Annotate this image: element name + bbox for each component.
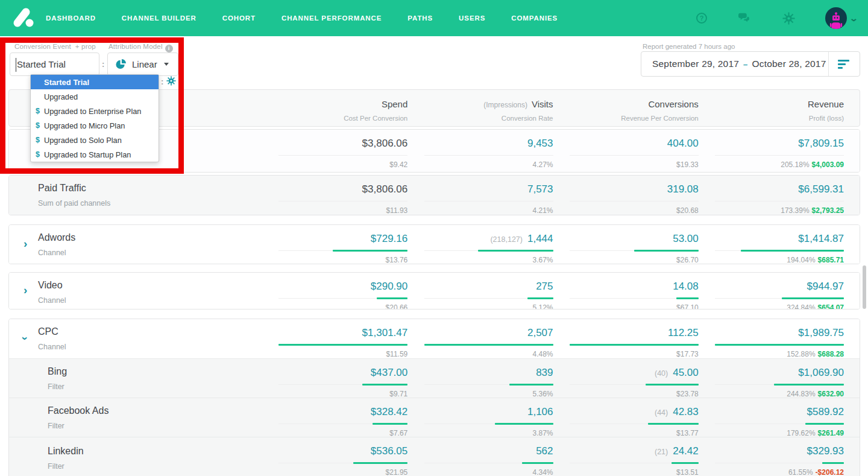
metric-value[interactable]: 24.42 xyxy=(673,445,699,457)
metric-value[interactable]: 112.25 xyxy=(668,327,699,339)
column-header-revenue[interactable]: Revenue Profit (loss) xyxy=(714,90,860,126)
column-header-visits[interactable]: (Impressions)Visits Conversion Rate xyxy=(423,90,568,126)
metric-value[interactable]: 53.00 xyxy=(673,233,699,245)
metric-cell: $329.9361.55%-$206.12 xyxy=(714,437,860,476)
metric-value[interactable]: 404.00 xyxy=(667,138,699,150)
metric-subvalue: 4.34% xyxy=(532,468,553,476)
table-row[interactable]: LinkedinFilter$536.05$21.955624.34%(21)2… xyxy=(9,437,860,476)
nav-item-channel-performance[interactable]: CHANNEL PERFORMANCE xyxy=(281,14,382,22)
metric-value-line: 14.08 xyxy=(673,281,699,293)
metric-value[interactable]: 2,507 xyxy=(527,327,553,339)
bar-track xyxy=(278,155,407,156)
dropdown-item[interactable]: Started Trial xyxy=(31,75,159,89)
metric-value[interactable]: $944.97 xyxy=(807,281,844,293)
metric-subvalue: $9.42 xyxy=(389,160,407,169)
user-menu[interactable]: ⌄ xyxy=(825,7,857,29)
metric-value[interactable]: $1,069.90 xyxy=(798,367,844,379)
chat-icon[interactable] xyxy=(738,11,752,25)
dropdown-item[interactable]: $Upgraded to Micro Plan xyxy=(31,118,159,133)
filter-icon[interactable] xyxy=(828,52,860,76)
metric-value[interactable]: $589.92 xyxy=(807,406,844,418)
metric-value[interactable]: $1,414.87 xyxy=(798,233,844,245)
table-row[interactable]: ›AdwordsChannel$729.16$13.76(218,127)1,4… xyxy=(9,225,860,264)
dropdown-item[interactable]: Upgraded xyxy=(31,89,159,104)
bar-fill xyxy=(278,344,407,346)
metric-value[interactable]: $437.00 xyxy=(371,367,407,379)
table-row[interactable]: BingFilter$437.00$9.718395.36%(40)45.00$… xyxy=(9,358,860,398)
sub-value: 4.48% xyxy=(532,350,553,358)
metric-value[interactable]: $6,599.31 xyxy=(798,183,844,195)
date-range-picker[interactable]: September 29, 2017–October 28, 2017 xyxy=(641,51,860,77)
nav-item-companies[interactable]: COMPANIES xyxy=(511,14,558,22)
profit-value: -$206.12 xyxy=(816,468,844,476)
metric-value[interactable]: $1,989.75 xyxy=(798,327,844,339)
sub-value: $23.78 xyxy=(676,390,699,398)
metric-cell: $6,599.31173.39%$2,793.25 xyxy=(714,176,860,215)
nav-item-cohort[interactable]: COHORT xyxy=(222,14,256,22)
table-row[interactable]: Paid TrafficSum of paid channels$3,806.0… xyxy=(9,176,860,215)
metric-value[interactable]: 45.00 xyxy=(673,367,699,379)
metric-value[interactable]: $536.05 xyxy=(371,445,407,457)
metric-value[interactable]: $329.93 xyxy=(807,445,844,457)
nav-item-channel-builder[interactable]: CHANNEL BUILDER xyxy=(122,14,197,22)
metric-value[interactable]: $1,301.47 xyxy=(362,327,408,339)
nav-item-dashboard[interactable]: DASHBOARD xyxy=(46,14,96,22)
metric-value[interactable]: $290.90 xyxy=(371,281,407,293)
add-prop-button[interactable]: + prop xyxy=(75,43,96,50)
table-row[interactable]: ›VideoChannel$290.90$20.662755.12%14.08$… xyxy=(9,273,860,309)
help-icon[interactable]: ? xyxy=(695,11,708,25)
attribution-model-select[interactable]: Linear xyxy=(107,52,178,76)
settings-gear-icon[interactable] xyxy=(782,11,795,25)
percent-value: 205.18% xyxy=(781,160,809,169)
metric-value[interactable]: 7,573 xyxy=(527,183,553,195)
profit-value: $4,003.09 xyxy=(812,160,844,169)
chevron-right-icon[interactable]: › xyxy=(24,238,27,250)
row-subtitle: Channel xyxy=(38,249,278,257)
metric-value[interactable]: $729.16 xyxy=(371,233,407,245)
nav-item-users[interactable]: USERS xyxy=(459,14,485,22)
metric-value[interactable]: 1,106 xyxy=(527,406,553,418)
dropdown-item-label: Started Trial xyxy=(44,78,89,87)
row-subtitle: Sum of paid channels xyxy=(38,199,278,208)
metric-value[interactable]: 839 xyxy=(536,367,553,379)
nav-item-paths[interactable]: PATHS xyxy=(407,14,433,22)
dropdown-item[interactable]: $Upgraded to Startup Plan xyxy=(31,147,159,162)
metric-bar xyxy=(278,200,407,202)
text-cursor xyxy=(16,58,16,72)
bar-fill xyxy=(362,384,407,386)
metric-value[interactable]: 9,453 xyxy=(527,138,553,150)
metric-value[interactable]: 42.83 xyxy=(673,406,699,418)
column-header-spend[interactable]: Spend Cost Per Conversion xyxy=(278,90,423,126)
chevron-right-icon[interactable]: › xyxy=(24,284,27,296)
conversion-event-input[interactable] xyxy=(10,53,99,75)
metric-value[interactable]: 275 xyxy=(536,281,553,293)
scrollbar-thumb[interactable] xyxy=(863,265,866,309)
metric-value[interactable]: 1,444 xyxy=(527,233,553,245)
metric-value[interactable]: 319.08 xyxy=(667,183,699,195)
metric-value[interactable]: 14.08 xyxy=(673,281,699,293)
attribution-logo-icon[interactable] xyxy=(11,6,35,30)
column-header-conversions[interactable]: Conversions Revenue Per Conversion xyxy=(569,90,714,126)
metric-cell: 53.00$26.70 xyxy=(569,225,714,264)
metric-subvalue: $11.93 xyxy=(386,206,407,215)
column-settings-gear-icon[interactable] xyxy=(166,76,176,88)
table-row[interactable]: ›CPCChannel$1,301.47$11.592,5074.48%112.… xyxy=(9,319,860,358)
metric-cell: $1,301.47$11.59 xyxy=(278,319,423,358)
table-row[interactable]: Facebook AdsFilter$328.42$7.671,1063.87%… xyxy=(9,398,860,437)
row-name: Linkedin xyxy=(48,446,278,457)
chevron-down-icon[interactable]: › xyxy=(19,336,31,340)
conversion-event-input-box[interactable] xyxy=(10,52,99,76)
percent-value: 152.88% xyxy=(787,350,815,358)
metric-value-line: 9,453 xyxy=(527,138,553,150)
info-icon[interactable]: i xyxy=(165,45,173,52)
metric-subvalue: 61.55%-$206.12 xyxy=(788,468,844,476)
metric-value[interactable]: 562 xyxy=(536,445,553,457)
metric-value-line: $1,989.75 xyxy=(798,327,844,339)
row-name-cell: Paid TrafficSum of paid channels xyxy=(9,176,278,215)
metric-value[interactable]: $328.42 xyxy=(371,406,407,418)
dropdown-item[interactable]: $Upgraded to Solo Plan xyxy=(31,133,159,147)
user-avatar[interactable] xyxy=(825,7,847,29)
bar-fill xyxy=(333,250,407,252)
metric-value[interactable]: $7,809.15 xyxy=(798,138,844,150)
dropdown-item[interactable]: $Upgraded to Enterprise Plan xyxy=(31,104,159,118)
